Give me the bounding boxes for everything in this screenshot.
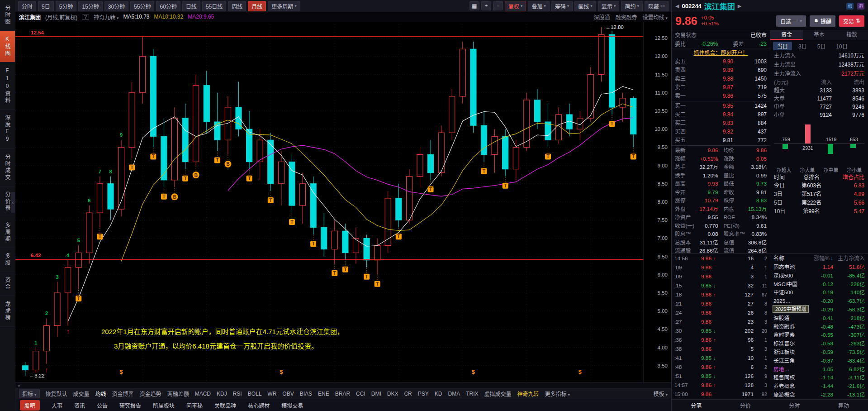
infobar-link-2[interactable]: 设置均线▾ [642, 13, 668, 21]
indicator-tab-16[interactable]: DKX [387, 391, 398, 397]
panel-tab-time[interactable]: 分时 [770, 401, 819, 409]
kline-chart-area[interactable]: 3.504.004.505.005.506.006.507.007.508.00… [15, 22, 671, 382]
bid-row-4[interactable]: 买四9.82437 [672, 128, 770, 136]
indicator-tab-14[interactable]: CCI [356, 391, 365, 397]
tool-button-overlay[interactable]: 叠加▾ [528, 1, 550, 11]
help-icon[interactable]: ? [82, 14, 89, 20]
period-button-11[interactable]: 更多周期▾ [268, 1, 300, 11]
bid-row-1[interactable]: 买一9.851424 [672, 102, 770, 110]
panel-tab-tick[interactable]: 分笔 [672, 401, 721, 409]
period-button-4[interactable]: 30分钟 [104, 1, 128, 11]
open-account-link[interactable]: 抓住机会：即刻开户！ [672, 48, 770, 57]
indicator-tab-19[interactable]: KD [435, 391, 442, 397]
period-button-3[interactable]: 15分钟 [78, 1, 102, 11]
sidebar-item-time-sales[interactable]: 分时成交 [0, 149, 15, 186]
fund-period-5d[interactable]: 5日 [813, 42, 830, 50]
sector-row-3[interactable]: 中证500-0.19-140亿 [770, 288, 868, 297]
tool-button-draw[interactable]: 画线▾ [574, 1, 596, 11]
indicator-tab-23[interactable]: 神奇九转 [517, 390, 539, 397]
trade-button[interactable]: 交易⇅ [839, 15, 864, 27]
sidebar-item-dragon-tiger[interactable]: 龙虎榜 [0, 296, 15, 327]
tab-news[interactable]: 资讯 [74, 401, 85, 409]
period-button-5[interactable]: 55分钟 [130, 1, 154, 11]
period-button-10[interactable]: 月线 [248, 1, 266, 11]
tab-sim-trading[interactable]: 模拟交易 [281, 401, 303, 409]
sector-row-11[interactable]: 长江三角-0.87-83.4亿 [770, 357, 868, 365]
sector-row-9[interactable]: 标准普尔-0.58-263亿 [770, 339, 868, 348]
template-button[interactable]: 模板▾ [653, 390, 668, 397]
ask-row-4[interactable]: 卖四9.89690 [672, 66, 770, 75]
fund-tab-basic[interactable]: 基本 [803, 30, 835, 40]
zoom-out-icon[interactable]: − [493, 1, 503, 10]
sector-row-14[interactable]: 养老概念-1.44-21.6亿 [770, 382, 868, 391]
tab-research[interactable]: 研究报告 [119, 401, 141, 409]
sector-row-7[interactable]: 融资融券-0.48-473亿 [770, 323, 868, 331]
prev-stock-icon[interactable]: ◀ [675, 3, 679, 9]
indicator-tab-15[interactable]: DMI [371, 391, 381, 397]
tab-related[interactable]: 关联品种 [214, 401, 236, 409]
tab-secretary[interactable]: 问董秘 [186, 401, 203, 409]
indicator-tab-2[interactable]: 资金博弈 [112, 390, 134, 397]
tab-announcements[interactable]: 公告 [97, 401, 108, 409]
sector-row-13[interactable]: 租售同权-1.14-3.11亿 [770, 373, 868, 382]
period-button-7[interactable]: 日线 [182, 1, 200, 11]
bid-row-3[interactable]: 买三9.83884 [672, 119, 770, 128]
ask-row-1[interactable]: 卖一9.86575 [672, 92, 770, 100]
sidebar-item-multi-stock[interactable]: 多股 [0, 248, 15, 272]
indicator-more-button[interactable]: 更多指标▾ [545, 390, 570, 397]
period-button-6[interactable]: 60分钟 [156, 1, 180, 11]
infobar-link-1[interactable]: 融资融券 [615, 13, 637, 21]
sector-row-10[interactable]: 浙江板块-0.59-73.5亿 [770, 348, 868, 357]
sector-row-6[interactable]: 深股通-0.41-218亿 [770, 314, 868, 323]
sector-row-2[interactable]: MSCI中国-0.12-226亿 [770, 280, 868, 289]
zoom-in-icon[interactable]: + [481, 1, 491, 10]
indicator-tab-13[interactable]: BRAR [335, 391, 350, 397]
period-button-2[interactable]: 5分钟 [56, 1, 77, 11]
tab-sectors[interactable]: 所属板块 [153, 401, 175, 409]
watchlist-button[interactable]: 自选一▾ [776, 15, 806, 27]
bid-row-5[interactable]: 买五9.81772 [672, 136, 770, 145]
indicator-tab-18[interactable]: PSY [418, 391, 429, 397]
indicator-tab-22[interactable]: 虚拟成交量 [484, 390, 512, 397]
sector-row-12[interactable]: 房地…-1.05-6.82亿 [770, 365, 868, 374]
indicator-tab-12[interactable]: ENE [318, 391, 329, 397]
sector-row-8[interactable]: 富时罗素-0.55-307亿 [770, 331, 868, 339]
indicator-tab-10[interactable]: OBV [282, 391, 294, 397]
indicator-tab-6[interactable]: KDJ [217, 391, 227, 397]
panel-tab-anomaly[interactable]: 异动 [819, 401, 868, 409]
indicator-tab-3[interactable]: 资金趋势 [140, 390, 161, 397]
tab-guba[interactable]: 股吧 [20, 400, 40, 411]
scroll-left-icon[interactable]: « [18, 382, 20, 388]
indicator-tab-4[interactable]: 两融差额 [167, 390, 189, 397]
fund-tab-index[interactable]: 指数 [835, 30, 868, 40]
kline-chart[interactable]: 3.504.004.505.005.506.006.507.007.508.00… [15, 22, 671, 382]
indicator-tab-9[interactable]: WR [267, 391, 276, 397]
period-button-9[interactable]: 周线 [228, 1, 246, 11]
period-button-8[interactable]: 55日线 [202, 1, 226, 11]
sector-row-15[interactable]: 旅游概念-2.28-13.1亿 [770, 391, 868, 399]
sector-row-4[interactable]: 2025…-0.20-63.7亿 [770, 297, 868, 306]
fund-period-10d[interactable]: 10日 [832, 42, 851, 50]
sidebar-item-kline[interactable]: K线图 [0, 31, 15, 62]
indicator-reset-button[interactable]: 恢复默认 [46, 390, 67, 397]
sidebar-collapse-handle[interactable]: ‹ [11, 192, 15, 213]
sidebar-item-funds[interactable]: 资金 [0, 272, 15, 296]
sidebar-item-multi-period[interactable]: 多周期 [0, 217, 15, 248]
alert-button[interactable]: 提醒 [810, 15, 835, 27]
tool-button-display[interactable]: 显示▾ [598, 1, 620, 11]
indicator-select[interactable]: 神奇九转▾ [94, 13, 119, 21]
indicator-tab-7[interactable]: RSI [233, 391, 242, 397]
indicator-tab-21[interactable]: TRIX [466, 391, 478, 397]
infobar-link-0[interactable]: 深股通 [593, 13, 610, 21]
indicator-tab-20[interactable]: DMA [448, 391, 460, 397]
indicator-menu-button[interactable]: 指标▾ [19, 389, 40, 398]
next-stock-icon[interactable]: ▶ [738, 3, 741, 9]
fund-tab-funds[interactable]: 资金 [770, 30, 803, 40]
sector-row-1[interactable]: 深成500-0.01-85.4亿 [770, 272, 868, 280]
panel-layout-icon[interactable]: ▦ [470, 1, 479, 10]
tab-events[interactable]: 大事 [52, 401, 62, 409]
period-button-0[interactable]: 分时 [18, 1, 36, 11]
panel-tab-price[interactable]: 分价 [721, 401, 770, 409]
bid-row-2[interactable]: 买二9.84897 [672, 110, 770, 119]
indicator-tab-17[interactable]: CR [404, 391, 412, 397]
